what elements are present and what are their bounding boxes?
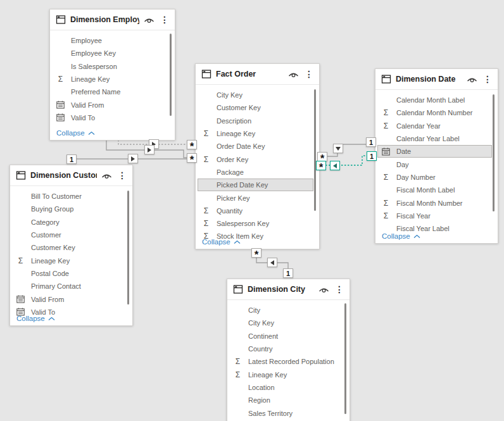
field-row[interactable]: ΣCalendar Month Number (375, 106, 498, 119)
field-row[interactable]: Employee Key (50, 47, 175, 60)
field-row[interactable]: ΣDay Number (375, 171, 498, 184)
field-row[interactable]: ΣLineage Key (227, 368, 350, 380)
field-row[interactable]: Continent (227, 330, 350, 342)
field-row[interactable]: Valid From (50, 98, 175, 111)
field-row[interactable]: Customer (10, 229, 132, 241)
more-options-icon[interactable]: ⋮ (117, 171, 128, 180)
field-row[interactable]: Buying Group (10, 203, 132, 215)
field-row[interactable]: ΣFiscal Month Number (375, 196, 498, 209)
more-options-icon[interactable]: ⋮ (303, 70, 315, 79)
field-row[interactable]: Sales Territory (227, 406, 350, 419)
more-options-icon[interactable]: ⋮ (482, 75, 493, 84)
field-row[interactable]: ΣFiscal Year (375, 210, 498, 222)
visibility-eye-icon[interactable] (318, 286, 329, 293)
visibility-eye-icon[interactable] (101, 172, 112, 179)
field-row[interactable]: Bill To Customer (10, 190, 132, 203)
cardinality-many-marker[interactable]: * (317, 152, 327, 161)
field-row[interactable]: ΣQuantity (196, 204, 319, 217)
collapse-link[interactable]: Collapse (56, 129, 95, 137)
sum-icon: Σ (201, 220, 211, 227)
collapse-link[interactable]: Collapse (202, 238, 241, 246)
field-row[interactable]: ΣLineage Key (10, 254, 132, 267)
field-row[interactable]: Customer Key (196, 101, 319, 114)
more-options-icon[interactable]: ⋮ (159, 15, 170, 24)
field-row[interactable]: Primary Contact (10, 280, 132, 292)
card-header[interactable]: Dimension Date⋮ (375, 69, 498, 90)
more-options-icon[interactable]: ⋮ (334, 285, 345, 294)
field-row[interactable]: Valid From (10, 292, 132, 305)
scrollbar[interactable] (127, 191, 129, 305)
field-row[interactable]: Picker Key (196, 191, 319, 204)
collapse-link[interactable]: Collapse (16, 315, 55, 322)
calendar-icon (381, 148, 391, 156)
field-row[interactable]: ΣOrder Key (196, 153, 319, 165)
field-row[interactable]: Is Salesperson (50, 60, 175, 73)
field-row[interactable]: Employee (50, 34, 175, 47)
model-view-canvas[interactable]: Dimension Employee⋮EmployeeEmployee KeyI… (0, 0, 504, 421)
field-row[interactable]: Picked Date Key (198, 179, 313, 191)
field-list: Bill To CustomerBuying GroupCategoryCust… (10, 186, 132, 317)
field-row[interactable]: Fiscal Month Label (375, 184, 498, 196)
field-row[interactable]: Preferred Name (50, 85, 175, 98)
field-label: Sales Territory (248, 410, 293, 417)
field-row[interactable]: ΣCalendar Year (375, 120, 498, 132)
cardinality-one-marker-selected[interactable]: 1 (367, 151, 377, 161)
field-row[interactable]: Postal Code (10, 267, 132, 280)
cardinality-many-marker[interactable]: * (187, 140, 197, 149)
field-row[interactable]: ΣLineage Key (50, 73, 175, 85)
table-title: Fact Order (216, 70, 284, 79)
field-row[interactable]: ΣSalesperson Key (196, 217, 319, 230)
table-card-dimension-date[interactable]: Dimension Date⋮Calendar Month LabelΣCale… (375, 68, 498, 244)
field-row[interactable]: Day (375, 158, 498, 170)
filter-direction-arrow-left-selected[interactable] (330, 161, 340, 170)
field-row[interactable]: ΣLineage Key (196, 127, 319, 140)
filter-direction-arrow-left[interactable] (267, 258, 277, 267)
scrollbar[interactable] (493, 94, 495, 211)
field-row[interactable]: Calendar Month Label (375, 94, 498, 106)
card-header[interactable]: Dimension City⋮ (227, 279, 350, 300)
scrollbar[interactable] (170, 34, 172, 116)
sum-icon: Σ (233, 371, 243, 379)
cardinality-many-marker[interactable]: * (187, 153, 197, 163)
chevron-up-icon (48, 315, 55, 322)
cardinality-one-marker[interactable]: 1 (66, 154, 77, 164)
filter-direction-arrow-down[interactable] (333, 144, 343, 153)
table-card-dimension-customer[interactable]: Dimension Customer⋮Bill To CustomerBuyin… (9, 165, 133, 326)
filter-direction-arrow-right[interactable] (144, 145, 154, 154)
card-header[interactable]: Dimension Customer⋮ (10, 165, 132, 186)
cardinality-many-marker-selected[interactable]: * (316, 161, 326, 170)
scrollbar[interactable] (314, 89, 316, 211)
field-row[interactable]: Valid To (50, 111, 175, 124)
collapse-link[interactable]: Collapse (382, 232, 420, 240)
cardinality-one-marker[interactable]: 1 (366, 137, 376, 147)
field-row[interactable]: Country (227, 342, 350, 355)
field-row[interactable]: Calendar Year Label (375, 132, 498, 145)
field-row[interactable]: City Key (227, 317, 350, 329)
field-row[interactable]: Package (196, 166, 319, 179)
field-label: Fiscal Month Number (396, 199, 463, 207)
field-row[interactable]: City (227, 304, 350, 317)
cardinality-many-marker[interactable]: * (251, 248, 261, 258)
field-row[interactable]: Date (377, 145, 492, 158)
table-card-dimension-city[interactable]: Dimension City⋮CityCity KeyContinentCoun… (227, 279, 350, 421)
field-row[interactable]: Location (227, 381, 350, 394)
field-row[interactable]: Region (227, 394, 350, 406)
card-header[interactable]: Dimension Employee⋮ (50, 9, 175, 30)
cardinality-one-marker[interactable]: 1 (283, 268, 293, 278)
sum-icon: Σ (201, 156, 211, 163)
field-row[interactable]: Order Date Key (196, 140, 319, 153)
visibility-eye-icon[interactable] (144, 16, 154, 23)
field-row[interactable]: Customer Key (10, 241, 132, 254)
field-row[interactable]: Category (10, 216, 132, 229)
table-card-fact-order[interactable]: Fact Order⋮City KeyCustomer KeyDescripti… (195, 63, 320, 249)
field-row[interactable]: City Key (196, 89, 319, 101)
field-row[interactable]: Description (196, 115, 319, 127)
visibility-eye-icon[interactable] (467, 76, 477, 83)
table-card-dimension-employee[interactable]: Dimension Employee⋮EmployeeEmployee KeyI… (49, 9, 175, 141)
scrollbar[interactable] (344, 303, 346, 414)
card-header[interactable]: Fact Order⋮ (196, 64, 319, 85)
visibility-eye-icon[interactable] (288, 71, 299, 78)
field-row[interactable]: ΣLatest Recorded Population (227, 355, 350, 368)
filter-direction-arrow-right[interactable] (128, 154, 138, 163)
field-label: Quantity (217, 207, 243, 215)
